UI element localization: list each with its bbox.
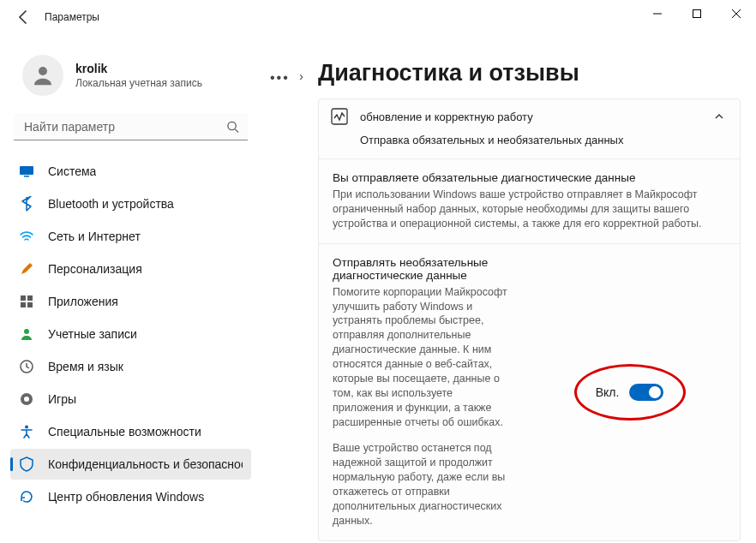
maximize-button[interactable] [677, 0, 717, 27]
sidebar-item-update[interactable]: Центр обновления Windows [10, 481, 251, 512]
sidebar-item-accessibility[interactable]: Специальные возможности [10, 416, 251, 447]
svg-rect-10 [27, 295, 33, 301]
card-header-text: обновление и корректную работу [360, 110, 712, 123]
toggle-label: Вкл. [596, 385, 620, 399]
person-icon [30, 63, 56, 88]
clock-icon [19, 359, 34, 374]
svg-rect-1 [693, 10, 701, 18]
wifi-icon [19, 229, 34, 244]
optional-data-toggle[interactable] [629, 384, 663, 401]
section-title: Отправлять необязательные диагностически… [333, 256, 513, 282]
search-input[interactable] [14, 113, 248, 140]
bluetooth-icon [19, 196, 34, 212]
sidebar-item-label: Сеть и Интернет [48, 230, 141, 243]
svg-rect-9 [21, 295, 26, 301]
sidebar-item-label: Конфиденциальность и безопасность [48, 457, 243, 471]
sidebar-item-label: Учетные записи [48, 327, 137, 341]
nav-list: Система Bluetooth и устройства Сеть и Ин… [3, 156, 258, 512]
arrow-left-icon [15, 9, 33, 26]
svg-rect-12 [27, 302, 33, 307]
sidebar-item-gaming[interactable]: Игры [10, 384, 251, 415]
sidebar: krolik Локальная учетная запись Система … [0, 34, 261, 543]
maximize-icon [693, 9, 701, 18]
svg-point-16 [24, 397, 29, 402]
main-content: ••• › Диагностика и отзывы обновление и … [261, 34, 756, 543]
accessibility-icon [19, 424, 34, 439]
profile-subtitle: Локальная учетная запись [75, 77, 202, 89]
svg-rect-18 [332, 109, 347, 124]
profile-block[interactable]: krolik Локальная учетная запись [3, 41, 258, 113]
required-data-section: Вы отправляете обязательные диагностичес… [319, 158, 740, 243]
diagnostic-icon [331, 108, 348, 125]
minimize-button[interactable] [638, 0, 677, 27]
svg-point-17 [25, 426, 28, 429]
optional-data-section: Отправлять необязательные диагностически… [319, 243, 740, 540]
sidebar-item-time[interactable]: Время и язык [10, 351, 251, 382]
sidebar-item-label: Игры [48, 392, 76, 406]
update-icon [19, 489, 34, 504]
minimize-icon [653, 9, 662, 18]
sidebar-item-bluetooth[interactable]: Bluetooth и устройства [10, 188, 251, 219]
toggle-area: Вкл. [533, 384, 726, 401]
close-icon [732, 9, 741, 18]
sidebar-item-label: Bluetooth и устройства [48, 197, 174, 211]
svg-rect-7 [20, 166, 33, 175]
svg-point-13 [24, 329, 29, 334]
search-wrap [14, 113, 248, 140]
sidebar-item-label: Система [48, 164, 96, 178]
card-header[interactable]: обновление и корректную работу [319, 99, 740, 130]
sidebar-item-network[interactable]: Сеть и Интернет [10, 221, 251, 252]
accounts-icon [19, 326, 34, 342]
sidebar-item-accounts[interactable]: Учетные записи [10, 319, 251, 349]
svg-rect-11 [21, 302, 26, 307]
card-subtitle: Отправка обязательных и необязательных д… [319, 130, 740, 158]
sidebar-item-system[interactable]: Система [10, 156, 251, 187]
apps-icon [19, 294, 34, 309]
chevron-up-icon[interactable] [712, 110, 726, 123]
diagnostic-card: обновление и корректную работу Отправка … [318, 98, 741, 541]
sidebar-item-label: Персонализация [48, 262, 142, 276]
sidebar-item-label: Время и язык [48, 360, 123, 373]
back-button[interactable] [15, 9, 33, 26]
breadcrumb-overflow[interactable]: ••• [270, 70, 290, 86]
sidebar-item-personalization[interactable]: Персонализация [10, 254, 251, 284]
section-title: Вы отправляете обязательные диагностичес… [333, 171, 726, 184]
svg-rect-8 [24, 176, 29, 177]
window-title: Параметры [45, 11, 99, 23]
section-body: Помогите корпорации Майкрософт улучшить … [333, 285, 513, 430]
section-body-2: Ваше устройство останется под надежной з… [333, 441, 513, 528]
page-header: ••• › Диагностика и отзывы [318, 60, 741, 87]
sidebar-item-label: Специальные возможности [48, 425, 201, 439]
sidebar-item-label: Приложения [48, 295, 118, 308]
sidebar-item-apps[interactable]: Приложения [10, 286, 251, 317]
close-button[interactable] [717, 0, 756, 27]
profile-name: krolik [75, 62, 202, 75]
window-controls [638, 0, 756, 27]
gaming-icon [19, 391, 34, 407]
brush-icon [19, 261, 34, 277]
avatar [22, 55, 63, 96]
shield-icon [19, 456, 34, 472]
page-title: Диагностика и отзывы [318, 60, 579, 87]
svg-point-4 [39, 67, 47, 75]
sidebar-item-label: Центр обновления Windows [48, 490, 204, 504]
chevron-right-icon: › [299, 69, 303, 83]
sidebar-item-privacy[interactable]: Конфиденциальность и безопасность [10, 449, 251, 480]
system-icon [19, 164, 34, 179]
section-body: При использовании Windows ваше устройств… [333, 188, 726, 231]
